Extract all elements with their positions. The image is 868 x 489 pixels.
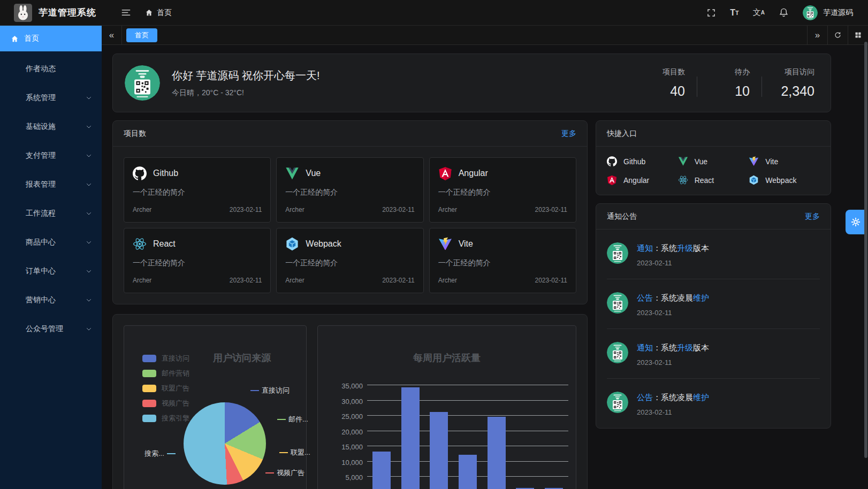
- sidebar-item-系统管理[interactable]: 系统管理: [0, 83, 102, 112]
- callout-label: 搜索...: [144, 449, 164, 459]
- refresh-icon[interactable]: [827, 26, 848, 45]
- shortcut-Vite[interactable]: Vite: [749, 156, 820, 166]
- shortcut-Angular[interactable]: Angular: [607, 175, 678, 185]
- tab-首页[interactable]: 首页: [126, 28, 157, 42]
- fullscreen-icon[interactable]: [706, 8, 716, 18]
- project-name: Webpack: [306, 239, 341, 249]
- chevron-down-icon: [86, 95, 92, 101]
- y-tick-label: 30,000: [341, 397, 363, 405]
- shortcut-Github[interactable]: Github: [607, 156, 678, 166]
- sidebar-item-label: 订单中心: [26, 266, 56, 276]
- notice-item[interactable]: 公告：系统凌晨维护 2023-02-11: [607, 378, 820, 428]
- sidebar-item-支付管理[interactable]: 支付管理: [0, 141, 102, 170]
- y-tick-label: 15,000: [341, 443, 363, 451]
- theme-settings-button[interactable]: [846, 210, 866, 234]
- notice-item[interactable]: 公告：系统凌晨维护 2023-02-11: [607, 279, 820, 328]
- language-icon[interactable]: 文A: [753, 7, 765, 18]
- sidebar-item-label: 首页: [24, 34, 39, 43]
- notice-item[interactable]: 通知：系统升级版本 2023-02-11: [607, 328, 820, 378]
- project-description: 一个正经的简介: [285, 258, 414, 268]
- pie-chart: [184, 402, 266, 485]
- project-date: 2023-02-11: [382, 206, 415, 213]
- legend-item-邮件营销[interactable]: 邮件营销: [142, 369, 189, 378]
- shortcut-Webpack[interactable]: Webpack: [749, 175, 820, 185]
- user-menu[interactable]: 芋道源码: [803, 5, 853, 20]
- notices-more-link[interactable]: 更多: [805, 212, 820, 221]
- chevron-down-icon: [86, 181, 92, 188]
- font-size-icon[interactable]: TT: [730, 8, 739, 18]
- app-title: 芋道管理系统: [39, 6, 96, 19]
- legend-item-视频广告[interactable]: 视频广告: [142, 399, 189, 408]
- legend-label: 视频广告: [162, 399, 189, 408]
- sidebar-item-作者动态[interactable]: 作者动态: [0, 55, 102, 83]
- bar-周四[interactable]: [459, 455, 477, 489]
- sidebar-item-营销中心[interactable]: 营销中心: [0, 286, 102, 315]
- weather-text: 今日晴，20°C - 32°C!: [172, 88, 320, 98]
- shortcut-Vue[interactable]: Vue: [678, 156, 749, 166]
- callout-label: 视频广告: [277, 468, 304, 478]
- shortcuts-grid: Github Vue Vite Angular React Webpack: [596, 147, 831, 195]
- chevron-down-icon: [86, 268, 92, 274]
- bar-周一[interactable]: [372, 452, 391, 489]
- notification-bell-icon[interactable]: [779, 7, 789, 18]
- legend-label: 邮件营销: [162, 369, 189, 378]
- shortcut-label: Vue: [695, 157, 707, 166]
- sidebar-item-label: 工作流程: [26, 209, 56, 218]
- angular-icon: [438, 166, 452, 180]
- breadcrumb-home-label: 首页: [157, 8, 172, 18]
- sidebar-item-工作流程[interactable]: 工作流程: [0, 199, 102, 228]
- sidebar-item-报表管理[interactable]: 报表管理: [0, 170, 102, 199]
- project-card-Github[interactable]: Github 一个正经的简介 Archer 2023-02-11: [124, 157, 271, 223]
- bar-slot: [396, 387, 425, 489]
- notice-date: 2023-02-11: [637, 259, 709, 267]
- stat-项目数: 项目数 40: [644, 67, 685, 99]
- legend-item-搜索引擎[interactable]: 搜索引擎: [142, 414, 189, 423]
- bar-slot: [482, 417, 511, 489]
- sidebar-item-label: 营销中心: [26, 295, 56, 305]
- shortcut-label: Github: [623, 157, 645, 166]
- projects-more-link[interactable]: 更多: [561, 129, 576, 139]
- legend-item-直接访问[interactable]: 直接访问: [142, 354, 189, 363]
- shortcut-label: React: [695, 176, 714, 185]
- sidebar-item-公众号管理[interactable]: 公众号管理: [0, 315, 102, 343]
- breadcrumb[interactable]: 首页: [145, 8, 172, 18]
- chevron-down-icon: [86, 124, 92, 130]
- notice-date: 2023-02-11: [637, 309, 709, 317]
- bar-周二[interactable]: [401, 387, 420, 489]
- notices-card: 通知公告 更多 通知：系统升级版本 2023-02-11: [596, 203, 831, 429]
- notice-title: 公告：系统凌晨维护: [637, 293, 709, 303]
- project-card-Vue[interactable]: Vue 一个正经的简介 Archer 2023-02-11: [276, 157, 423, 223]
- sidebar-item-基础设施[interactable]: 基础设施: [0, 112, 102, 141]
- vue-icon: [285, 166, 299, 180]
- project-name: React: [153, 239, 176, 249]
- notices-card-title: 通知公告: [607, 212, 637, 221]
- notice-item[interactable]: 通知：系统升级版本 2023-02-11: [607, 230, 820, 279]
- sidebar-item-首页[interactable]: 首页: [0, 26, 102, 51]
- legend-swatch: [142, 370, 156, 377]
- legend-swatch: [142, 385, 156, 392]
- collapse-menu-icon[interactable]: [121, 7, 131, 18]
- project-card-React[interactable]: React 一个正经的简介 Archer 2023-02-11: [124, 228, 271, 293]
- pie-chart-title: 用户访问来源: [178, 352, 306, 364]
- tabs-scroll-right-icon[interactable]: »: [807, 26, 827, 45]
- user-avatar-image: [803, 5, 818, 20]
- sidebar-item-商品中心[interactable]: 商品中心: [0, 228, 102, 257]
- vite-icon: [438, 237, 452, 251]
- project-card-Webpack[interactable]: Webpack 一个正经的简介 Archer 2023-02-11: [276, 228, 423, 293]
- bar-周五[interactable]: [488, 417, 506, 489]
- sidebar-item-订单中心[interactable]: 订单中心: [0, 257, 102, 286]
- project-card-Angular[interactable]: Angular 一个正经的简介 Archer 2023-02-11: [429, 157, 576, 223]
- page-scrollbar[interactable]: [864, 42, 867, 458]
- main-content: 你好 芋道源码 祝你开心每一天! 今日晴，20°C - 32°C! 项目数 40…: [102, 45, 868, 489]
- notice-avatar-image: [607, 242, 628, 264]
- bar-周三[interactable]: [430, 412, 448, 489]
- project-date: 2023-02-11: [230, 277, 262, 284]
- legend-item-联盟广告[interactable]: 联盟广告: [142, 384, 189, 393]
- tabs-scroll-left-icon[interactable]: «: [102, 26, 122, 45]
- projects-card-title: 项目数: [124, 129, 146, 139]
- sidebar-item-label: 商品中心: [26, 238, 56, 247]
- project-card-Vite[interactable]: Vite 一个正经的简介 Archer 2023-02-11: [429, 228, 576, 293]
- app-logo: [14, 4, 32, 22]
- sidebar: 首页 作者动态 系统管理 基础设施 支付管理 报表管理 工作流程 商品中心 订单: [0, 26, 102, 489]
- shortcut-React[interactable]: React: [678, 175, 749, 185]
